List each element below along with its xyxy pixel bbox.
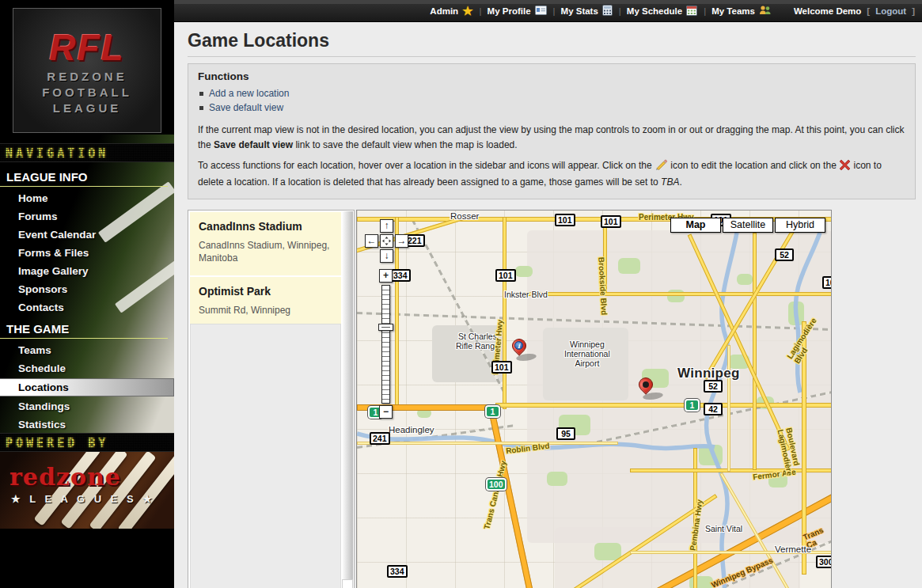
sidebar-item-schedule[interactable]: Schedule — [0, 359, 174, 377]
zoom-out-button[interactable]: − — [379, 405, 393, 419]
route-shield-334: 334 — [387, 565, 408, 578]
sidebar-item-event-calendar[interactable]: Event Calendar — [0, 226, 174, 244]
road — [504, 292, 832, 296]
map-type-map[interactable]: Map — [670, 218, 721, 233]
route-shield-300: 300 — [816, 556, 832, 568]
location-name: CanadInns Stadium — [199, 220, 332, 233]
road — [357, 442, 618, 445]
sidebar-item-statistics[interactable]: Statistics — [0, 415, 174, 434]
pan-up-button[interactable]: ↑ — [380, 219, 393, 233]
logout-bracket-open: [ — [867, 6, 870, 16]
paragraph-text: Save default view — [214, 139, 293, 150]
pan-left-button[interactable]: ← — [365, 234, 378, 248]
route-shield-42: 42 — [704, 403, 723, 415]
bullet-icon — [199, 92, 203, 96]
sidebar-item-contacts[interactable]: Contacts — [0, 298, 174, 317]
locations-empty-area — [190, 324, 341, 588]
location-address: CanadInns Stadium, Winnipeg, Manitoba — [199, 240, 332, 264]
calculator-icon — [602, 5, 613, 17]
sidebar-nav: LEAGUE INFOHomeForumsEvent CalendarForms… — [0, 165, 174, 434]
sidebar-item-sponsors[interactable]: Sponsors — [0, 280, 174, 298]
location-address: Summit Rd, Winnipeg — [199, 305, 332, 317]
map-marker-info[interactable]: i — [511, 338, 527, 362]
functions-link-row: Save default view — [199, 101, 905, 115]
paragraph-text: icon to edit the location and click on t… — [668, 160, 839, 171]
road — [503, 217, 507, 409]
delete-x-icon — [840, 160, 850, 175]
road — [753, 233, 757, 470]
powered-by-header: POWERED BY — [0, 433, 174, 452]
sidebar-item-home[interactable]: Home — [0, 189, 174, 207]
location-card-canadinns-stadium[interactable]: CanadInns StadiumCanadInns Stadium, Winn… — [190, 212, 341, 275]
map-label-winnipeg-international-airport: Winnipeg International Airport — [564, 340, 610, 368]
map-type-satellite[interactable]: Satellite — [723, 218, 773, 233]
map-label-inkster-blvd: Inkster Blvd — [504, 290, 548, 299]
welcome-text: Welcome Demo — [794, 6, 861, 16]
topbar-separator: | — [619, 6, 621, 16]
topbar-item-label: My Schedule — [627, 6, 682, 16]
topbar-item-my-teams[interactable]: My Teams — [711, 5, 772, 17]
nav-section-title-the-game: THE GAME — [0, 320, 168, 339]
topbar-item-label: My Profile — [488, 6, 531, 16]
bullet-icon — [199, 106, 203, 110]
paragraph-text: To access functions for each location, h… — [198, 160, 655, 171]
logout-bracket-close: ] — [912, 6, 915, 16]
scrollbar-thumb[interactable] — [342, 579, 353, 588]
pan-center-button[interactable] — [380, 234, 393, 248]
map-type-buttons: MapSatelliteHybrid — [670, 218, 825, 233]
topbar-item-my-schedule[interactable]: My Schedule — [627, 5, 698, 17]
app-window: RFL REDZONE FOOTBALL LEAGUE NAVIGATION L… — [0, 0, 922, 588]
zoom-slider[interactable] — [381, 285, 390, 404]
map-label-winnipeg: Winnipeg — [677, 366, 740, 381]
star-icon: ★ — [462, 4, 472, 18]
locations-list: CanadInns StadiumCanadInns Stadium, Winn… — [188, 212, 354, 327]
pan-center-icon — [382, 237, 391, 248]
locations-scrollbar-vertical[interactable] — [342, 211, 353, 588]
logo-line-1: REDZONE — [13, 69, 161, 85]
paragraph-text: link to save the default view when the m… — [293, 139, 518, 150]
topbar-item-label: Admin — [430, 6, 458, 16]
sidebar-item-forums[interactable]: Forums — [0, 207, 174, 226]
sidebar-item-image-gallery[interactable]: Image Gallery — [0, 262, 174, 280]
league-logo[interactable]: RFL REDZONE FOOTBALL LEAGUE — [13, 8, 161, 133]
topbar-separator: | — [480, 6, 482, 16]
sidebar-item-forms-files[interactable]: Forms & Files — [0, 244, 174, 262]
sidebar-item-teams[interactable]: Teams — [0, 341, 174, 359]
zoom-slider-handle[interactable] — [378, 324, 393, 331]
paragraph-text: TBA — [661, 176, 679, 188]
calendar-icon — [686, 5, 697, 17]
map-label-headingley: Headingley — [389, 425, 434, 434]
paragraph-text: . — [679, 176, 681, 188]
sidebar-item-standings[interactable]: Standings — [0, 397, 174, 415]
topbar-item-my-profile[interactable]: My Profile — [488, 6, 548, 17]
logout-link[interactable]: Logout — [875, 6, 906, 16]
sidebar: RFL REDZONE FOOTBALL LEAGUE NAVIGATION L… — [0, 0, 174, 588]
link-add-a-new-location[interactable]: Add a new location — [209, 88, 289, 99]
page-title: Game Locations — [188, 30, 916, 57]
pan-right-button[interactable]: → — [395, 234, 408, 248]
link-save-default-view[interactable]: Save default view — [209, 102, 283, 113]
map-canvas[interactable]: RosserPerimeter HwyBrookside BlvdInkster… — [356, 210, 832, 588]
topbar: Admin★|My Profile|My Stats|My Schedule|M… — [174, 0, 922, 22]
people-icon — [759, 5, 772, 17]
sidebar-item-locations[interactable]: Locations — [0, 378, 174, 396]
pan-down-button[interactable]: ↓ — [380, 249, 393, 263]
topbar-menu: Admin★|My Profile|My Stats|My Schedule|M… — [430, 4, 772, 18]
topbar-item-admin[interactable]: Admin★ — [430, 4, 473, 18]
content-area: Admin★|My Profile|My Stats|My Schedule|M… — [174, 0, 922, 588]
map-marker-plain[interactable] — [638, 377, 654, 400]
road — [727, 345, 730, 472]
navigation-header: NAVIGATION — [0, 143, 174, 162]
map-type-hybrid[interactable]: Hybrid — [775, 218, 825, 233]
topbar-item-my-stats[interactable]: My Stats — [561, 5, 613, 17]
functions-box: Functions Add a new locationSave default… — [188, 63, 916, 199]
plus-icon: + — [383, 270, 389, 281]
pencil-icon — [655, 159, 667, 175]
functions-link-row: Add a new location — [199, 86, 905, 101]
map-label-rosser: Rosser — [450, 211, 479, 221]
topbar-item-label: My Stats — [561, 6, 598, 16]
redzone-leagues-logo[interactable]: redzone ★ L E A G U E S ★ — [0, 452, 174, 529]
map-label-saint-vital: Saint Vital — [705, 524, 742, 533]
zoom-in-button[interactable]: + — [379, 269, 393, 283]
location-card-optimist-park[interactable]: Optimist ParkSummit Rd, Winnipeg — [190, 277, 341, 328]
